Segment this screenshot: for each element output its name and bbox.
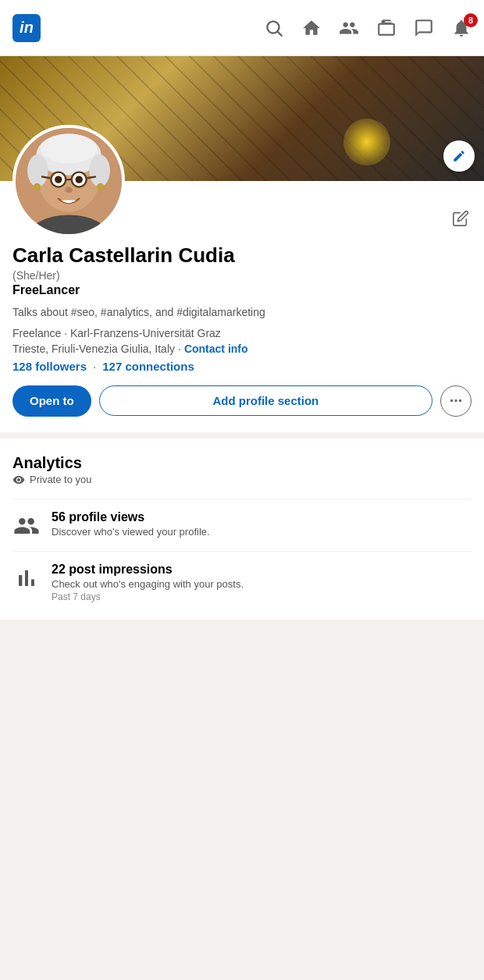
- profile-pronouns: (She/Her): [12, 269, 472, 282]
- profile-location: Trieste, Friuli-Venezia Giulia, Italy · …: [12, 343, 472, 355]
- people-nav-icon[interactable]: [339, 18, 359, 38]
- analytics-profile-views[interactable]: 56 profile views Discover who's viewed y…: [12, 499, 472, 551]
- post-impressions-icon: [12, 564, 41, 592]
- post-impressions-stat: 22 post impressions: [52, 563, 244, 577]
- more-options-button[interactable]: ···: [440, 385, 472, 417]
- profile-views-icon: [12, 512, 41, 540]
- home-nav-icon[interactable]: [301, 18, 322, 38]
- contact-info-link[interactable]: Contact info: [184, 343, 248, 355]
- profile-views-stat: 56 profile views: [52, 510, 210, 524]
- followers-link[interactable]: 128 followers: [12, 360, 87, 373]
- svg-point-9: [41, 134, 97, 164]
- nav-icons: 8: [264, 18, 472, 38]
- analytics-card: Analytics Private to you 56 profile view…: [0, 439, 484, 620]
- svg-point-17: [65, 187, 72, 194]
- profile-avatar: [12, 125, 125, 237]
- profile-name: Carla Castellarin Cudia: [12, 243, 472, 268]
- svg-point-12: [55, 176, 62, 183]
- profile-views-content: 56 profile views Discover who's viewed y…: [52, 510, 210, 538]
- analytics-subtitle: Private to you: [12, 474, 472, 486]
- post-impressions-sub: Past 7 days: [52, 591, 244, 602]
- messaging-nav-icon[interactable]: [414, 18, 434, 38]
- post-impressions-content: 22 post impressions Check out who's enga…: [52, 563, 244, 602]
- profile-meta: Freelance · Karl-Franzens-Universität Gr…: [12, 327, 472, 339]
- svg-line-1: [278, 32, 282, 36]
- svg-point-8: [89, 154, 109, 187]
- jobs-nav-icon[interactable]: [376, 18, 397, 38]
- svg-point-19: [97, 183, 104, 190]
- notification-badge: 8: [464, 13, 478, 27]
- profile-tagline: Talks about #seo, #analytics, and #digit…: [12, 305, 472, 321]
- eye-icon: [12, 474, 25, 486]
- analytics-title: Analytics: [12, 454, 472, 472]
- post-impressions-desc: Check out who's engaging with your posts…: [52, 578, 244, 590]
- profile-info: Carla Castellarin Cudia (She/Her) FreeLa…: [0, 243, 484, 373]
- profile-views-desc: Discover who's viewed your profile.: [52, 526, 210, 538]
- connections-link[interactable]: 127 connections: [102, 360, 194, 373]
- search-nav-icon[interactable]: [264, 18, 284, 38]
- svg-point-13: [76, 176, 83, 183]
- notifications-nav-icon[interactable]: 8: [451, 18, 472, 38]
- cover-edit-button[interactable]: [443, 140, 475, 172]
- profile-title: FreeLancer: [12, 283, 472, 297]
- profile-card: Carla Castellarin Cudia (She/Her) FreeLa…: [0, 56, 484, 432]
- profile-connections: 128 followers · 127 connections: [12, 360, 472, 373]
- profile-info-edit-button[interactable]: [447, 204, 475, 233]
- navbar: in: [0, 0, 484, 56]
- open-to-button[interactable]: Open to: [12, 385, 91, 417]
- svg-point-18: [34, 183, 41, 190]
- linkedin-logo[interactable]: in: [12, 14, 41, 42]
- connections-dot: ·: [93, 360, 96, 373]
- add-profile-section-button[interactable]: Add profile section: [99, 385, 432, 416]
- svg-point-7: [27, 154, 48, 187]
- action-buttons: Open to Add profile section ···: [12, 385, 472, 417]
- analytics-post-impressions[interactable]: 22 post impressions Check out who's enga…: [12, 551, 472, 613]
